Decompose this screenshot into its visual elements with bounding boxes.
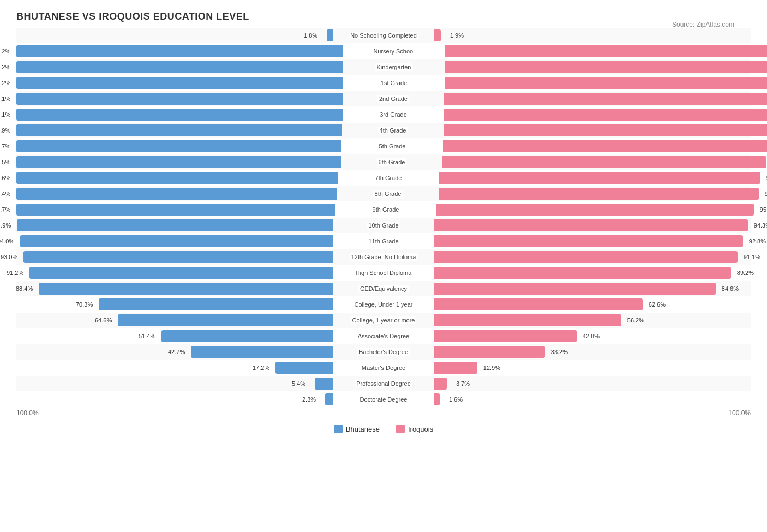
row-label: 6th Grade <box>341 159 442 165</box>
pink-bar: 98.2% <box>445 45 767 57</box>
blue-bar-value: 97.5% <box>0 159 10 165</box>
blue-bar: 98.2% <box>16 45 343 57</box>
pink-bar: 1.9% <box>434 29 441 41</box>
row-label: 1st Grade <box>343 80 445 86</box>
pink-bar: 1.6% <box>434 393 440 405</box>
blue-bar-value: 42.7% <box>168 349 185 355</box>
pink-bar: 33.2% <box>434 346 545 358</box>
table-row: 70.3%College, Under 1 year62.6% <box>16 297 751 312</box>
source-label: Source: ZipAtlas.com <box>672 21 734 28</box>
blue-bar: 97.7% <box>16 140 341 152</box>
blue-bar-value: 98.1% <box>0 95 10 102</box>
blue-bar: 5.4% <box>315 378 333 390</box>
pink-bar-value: 56.2% <box>627 317 644 324</box>
row-label: Doctorate Degree <box>333 396 434 403</box>
row-label: GED/Equivalency <box>333 285 434 292</box>
blue-bar: 88.4% <box>39 283 333 295</box>
table-row: 2.3%Doctorate Degree1.6% <box>16 392 751 407</box>
legend-blue: Bhutanese <box>334 425 380 433</box>
blue-bar: 64.6% <box>118 314 333 326</box>
x-axis-right: 100.0% <box>429 409 751 417</box>
blue-bar-value: 5.4% <box>292 380 305 387</box>
blue-bar-value: 91.2% <box>7 270 23 276</box>
pink-bar-value: 1.9% <box>450 32 464 39</box>
blue-bar: 97.5% <box>16 156 341 168</box>
table-row: 97.5%6th Grade97.4% <box>16 154 751 170</box>
blue-bar: 1.8% <box>327 29 333 41</box>
blue-bar-value: 98.1% <box>0 111 10 118</box>
row-label: High School Diploma <box>333 270 434 276</box>
pink-bar: 96.3% <box>439 188 759 200</box>
pink-bar-value: 42.8% <box>583 333 600 339</box>
pink-bar-value: 12.9% <box>483 364 500 371</box>
blue-bar-value: 51.4% <box>139 333 155 339</box>
table-row: 96.4%8th Grade96.3% <box>16 186 751 201</box>
blue-bar: 2.3% <box>325 393 333 405</box>
blue-bar-value: 1.8% <box>304 32 317 39</box>
row-label: Nursery School <box>343 48 445 55</box>
table-row: 98.2%Nursery School98.2% <box>16 44 751 59</box>
pink-bar: 62.6% <box>434 298 643 310</box>
blue-bar: 95.7% <box>16 204 335 216</box>
row-label: College, Under 1 year <box>333 301 434 308</box>
pink-bar: 97.8% <box>444 124 767 136</box>
blue-bar-value: 95.7% <box>0 206 10 213</box>
blue-bar-value: 2.3% <box>302 396 316 403</box>
pink-bar: 42.8% <box>434 330 577 342</box>
blue-bar-value: 94.9% <box>0 222 11 229</box>
row-label: 10th Grade <box>333 222 434 229</box>
x-axis: 100.0% 100.0% <box>16 409 751 417</box>
blue-bar: 98.1% <box>16 93 343 105</box>
blue-bar-value: 97.7% <box>0 143 10 150</box>
blue-bar: 97.9% <box>16 124 342 136</box>
legend-pink-box <box>396 425 405 433</box>
blue-bar: 98.2% <box>16 77 343 89</box>
pink-bar-value: 1.6% <box>449 396 463 403</box>
pink-bar: 92.8% <box>434 235 743 247</box>
blue-bar: 98.1% <box>16 109 343 121</box>
blue-bar-value: 98.2% <box>0 48 10 55</box>
pink-bar: 91.1% <box>434 251 738 263</box>
x-axis-left: 100.0% <box>16 409 338 417</box>
pink-bar: 56.2% <box>434 314 621 326</box>
row-label: 7th Grade <box>338 175 439 181</box>
table-row: 94.0%11th Grade92.8% <box>16 234 751 249</box>
blue-bar-value: 94.0% <box>0 238 14 244</box>
legend-blue-box <box>334 425 343 433</box>
pink-bar: 98.1% <box>445 77 767 89</box>
row-label: 2nd Grade <box>343 95 444 102</box>
row-label: 9th Grade <box>335 206 436 213</box>
pink-bar: 94.3% <box>434 219 748 231</box>
pink-bar: 97.7% <box>443 140 767 152</box>
pink-bar-value: 91.1% <box>744 254 760 260</box>
blue-bar: 94.0% <box>20 235 333 247</box>
table-row: 91.2%High School Diploma89.2% <box>16 265 751 280</box>
blue-bar: 96.6% <box>16 172 338 184</box>
pink-bar-value: 84.6% <box>722 285 739 292</box>
row-label: Kindergarten <box>343 64 445 70</box>
table-row: 98.2%1st Grade98.1% <box>16 75 751 91</box>
row-label: 11th Grade <box>333 238 434 244</box>
pink-bar: 98.0% <box>444 109 767 121</box>
blue-bar: 51.4% <box>161 330 333 342</box>
row-label: 5th Grade <box>341 143 443 150</box>
row-label: 8th Grade <box>337 190 439 197</box>
table-row: 51.4%Associate's Degree42.8% <box>16 328 751 344</box>
pink-bar: 97.4% <box>442 156 766 168</box>
row-label: Master's Degree <box>333 364 434 371</box>
blue-bar: 70.3% <box>99 298 333 310</box>
table-row: 17.2%Master's Degree12.9% <box>16 360 751 375</box>
legend-blue-label: Bhutanese <box>346 425 380 433</box>
table-row: 88.4%GED/Equivalency84.6% <box>16 281 751 296</box>
legend-pink: Iroquois <box>396 425 433 433</box>
blue-bar-value: 96.6% <box>0 175 10 181</box>
pink-bar: 89.2% <box>434 267 731 279</box>
table-row: 1.8%No Schooling Completed1.9% <box>16 28 751 43</box>
row-label: 4th Grade <box>342 127 444 134</box>
row-label: Bachelor's Degree <box>333 349 434 355</box>
chart-title: BHUTANESE VS IROQUOIS EDUCATION LEVEL <box>16 11 751 22</box>
blue-bar-value: 98.2% <box>0 64 10 70</box>
pink-bar-value: 62.6% <box>649 301 666 308</box>
blue-bar: 96.4% <box>16 188 337 200</box>
chart-area: 1.8%No Schooling Completed1.9%98.2%Nurse… <box>16 28 751 433</box>
